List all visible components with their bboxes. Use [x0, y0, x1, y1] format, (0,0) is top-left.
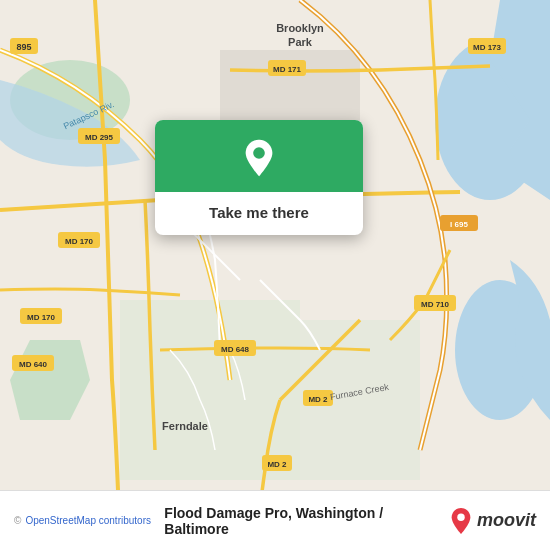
- popup-header: [155, 120, 363, 192]
- svg-point-39: [253, 147, 265, 159]
- business-name: Flood Damage Pro,: [164, 505, 292, 521]
- svg-text:I 695: I 695: [450, 220, 468, 229]
- moovit-text: moovit: [477, 510, 536, 531]
- svg-text:895: 895: [16, 42, 31, 52]
- svg-text:MD 640: MD 640: [19, 360, 48, 369]
- attribution-area: © OpenStreetMap contributors: [14, 515, 156, 526]
- svg-text:MD 170: MD 170: [27, 313, 56, 322]
- moovit-logo: moovit: [449, 507, 536, 535]
- business-info: Flood Damage Pro, Washington / Baltimore: [156, 505, 449, 537]
- bottom-bar: © OpenStreetMap contributors Flood Damag…: [0, 490, 550, 550]
- moovit-pin-icon: [449, 507, 473, 535]
- svg-text:MD 170: MD 170: [65, 237, 94, 246]
- svg-text:Ferndale: Ferndale: [162, 420, 208, 432]
- svg-text:Brooklyn: Brooklyn: [276, 22, 324, 34]
- svg-rect-5: [120, 300, 300, 480]
- svg-text:Park: Park: [288, 36, 313, 48]
- svg-text:MD 295: MD 295: [85, 133, 114, 142]
- svg-text:MD 2: MD 2: [267, 460, 287, 469]
- svg-text:MD 2: MD 2: [308, 395, 328, 404]
- svg-text:MD 710: MD 710: [421, 300, 450, 309]
- svg-point-40: [457, 513, 464, 520]
- location-pin-icon: [239, 138, 279, 178]
- svg-text:MD 171: MD 171: [273, 65, 302, 74]
- copyright-text: ©: [14, 515, 21, 526]
- osm-link[interactable]: OpenStreetMap contributors: [25, 515, 151, 526]
- take-me-there-button[interactable]: Take me there: [155, 192, 363, 235]
- svg-text:MD 648: MD 648: [221, 345, 250, 354]
- svg-text:MD 173: MD 173: [473, 43, 502, 52]
- map-container: 895 MD 295 MD 170 MD 170 MD 640 MD 171 M…: [0, 0, 550, 490]
- popup-card[interactable]: Take me there: [155, 120, 363, 235]
